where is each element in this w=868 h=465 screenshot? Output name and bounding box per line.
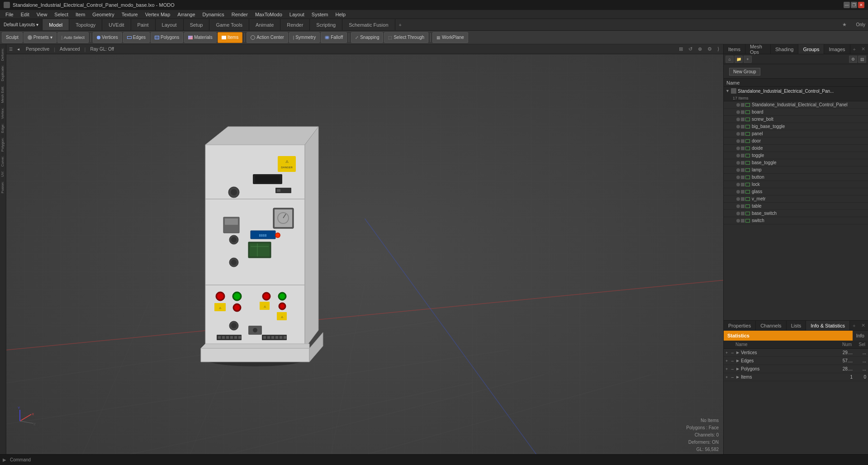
stat-expand-items[interactable]: + <box>726 375 731 380</box>
tab-schematic-fusion[interactable]: Schematic Fusion <box>342 19 395 30</box>
materials-button[interactable]: Materials <box>184 32 217 43</box>
tab-mesh-ops[interactable]: Mesh Ops <box>745 44 771 54</box>
layout-selector[interactable]: Default Layouts ▾ <box>0 19 43 30</box>
viewport-advanced[interactable]: Advanced <box>58 47 81 52</box>
viewport-ctrl-2[interactable]: ↺ <box>687 46 694 52</box>
close-right-panel[interactable]: ✕ <box>859 44 868 54</box>
stat-row-edges[interactable]: + − ▶ Edges 57.... ... <box>724 357 868 365</box>
new-group-button[interactable]: New Group <box>729 68 760 76</box>
tab-scripting[interactable]: Scripting <box>310 19 342 30</box>
stat-row-vertices[interactable]: + − ▶ Vertices 29.... ... <box>724 349 868 357</box>
tab-animate[interactable]: Animate <box>249 19 280 30</box>
add-lower-tab[interactable]: + <box>850 321 858 330</box>
stat-expand-polygons[interactable]: + <box>726 367 731 371</box>
tree-item-lamp[interactable]: lamp <box>724 166 868 174</box>
select-through-button[interactable]: ⬚ Select Through <box>384 32 428 43</box>
items-folder-btn[interactable]: 📁 <box>735 56 743 63</box>
tab-model[interactable]: Model <box>43 19 69 30</box>
items-add-btn[interactable]: + <box>744 56 752 63</box>
tab-info-statistics[interactable]: Info & Statistics <box>806 321 850 330</box>
menu-layout[interactable]: Layout <box>286 10 308 19</box>
tab-topology[interactable]: Topology <box>69 19 102 30</box>
sidebar-vertex[interactable]: Vertex: <box>0 106 6 121</box>
stat-row-items[interactable]: + − ▶ Items 1 0 <box>724 373 868 381</box>
tree-item-panel[interactable]: panel <box>724 130 868 138</box>
group-row[interactable]: ▼ Standalone_Industrial_Electrical_Contr… <box>724 87 868 95</box>
tab-lists[interactable]: Lists <box>787 321 806 330</box>
tab-setup[interactable]: Setup <box>184 19 210 30</box>
action-center-button[interactable]: Action Center <box>247 32 288 43</box>
viewport-ctrl-4[interactable]: ⚙ <box>706 46 713 52</box>
menu-texture[interactable]: Texture <box>118 10 142 19</box>
stat-minus-items[interactable]: − <box>731 375 736 380</box>
restore-button[interactable]: ❐ <box>851 2 857 8</box>
sidebar-polygon[interactable]: Polygon: <box>0 136 6 153</box>
tree-item-door[interactable]: door <box>724 138 868 145</box>
menu-file[interactable]: File <box>2 10 17 19</box>
tab-game-tools[interactable]: Game Tools <box>209 19 249 30</box>
tree-item-lock[interactable]: lock <box>724 181 868 188</box>
tab-items[interactable]: Items <box>724 44 745 54</box>
sculpt-button[interactable]: Sculpt <box>2 32 23 43</box>
stat-row-polygons[interactable]: + − ▶ Polygons 28.... ... <box>724 365 868 373</box>
edges-button[interactable]: Edges <box>123 32 150 43</box>
stat-minus-polygons[interactable]: − <box>731 366 736 372</box>
polygons-button[interactable]: Polygons <box>151 32 183 43</box>
tree-item-v_metr[interactable]: v_metr <box>724 195 868 203</box>
sidebar-uv[interactable]: UV: <box>0 169 6 179</box>
vertices-button[interactable]: Vertices <box>93 32 122 43</box>
menu-arrange[interactable]: Arrange <box>174 10 199 19</box>
tree-item-toggle[interactable]: toggle <box>724 152 868 159</box>
menu-edit[interactable]: Edit <box>17 10 33 19</box>
symmetry-button[interactable]: | Symmetry <box>289 32 320 43</box>
tree-item-doide[interactable]: doide <box>724 145 868 152</box>
stat-arrow-items[interactable]: ▶ <box>736 375 741 379</box>
tab-shading[interactable]: Shading <box>771 44 798 54</box>
tree-item-button[interactable]: button <box>724 174 868 181</box>
viewport-menu-btn[interactable]: ☰ <box>9 47 13 52</box>
tab-properties[interactable]: Properties <box>724 321 756 330</box>
tab-images[interactable]: Images <box>824 44 850 54</box>
stat-expand-edges[interactable]: + <box>726 359 731 363</box>
tab-layout[interactable]: Layout <box>156 19 184 30</box>
menu-render[interactable]: Render <box>228 10 251 19</box>
sidebar-mesh-edit[interactable]: Mesh Edit: <box>0 84 6 105</box>
tree-item-board[interactable]: board <box>724 109 868 116</box>
tree-item-big_base_toggle[interactable]: big_base_toggle <box>724 123 868 130</box>
sidebar-duplicate[interactable]: Duplicate: <box>0 63 6 83</box>
tree-item-screw_bolt[interactable]: screw_bolt <box>724 116 868 123</box>
stat-minus-vertices[interactable]: − <box>731 350 736 356</box>
menu-select[interactable]: Select <box>51 10 72 19</box>
close-button[interactable]: ✕ <box>858 2 864 8</box>
items-home-btn[interactable]: ⌂ <box>726 56 734 63</box>
menu-item[interactable]: Item <box>72 10 89 19</box>
menu-vertex-map[interactable]: Vertex Map <box>142 10 174 19</box>
tree-item-base_toggle[interactable]: base_toggle <box>724 159 868 166</box>
items-filter-btn[interactable]: ▤ <box>858 56 866 63</box>
favorite-button[interactable]: ★ <box>839 19 853 30</box>
menu-geometry[interactable]: Geometry <box>89 10 118 19</box>
tree-item-switch[interactable]: switch <box>724 217 868 224</box>
add-tab-button[interactable]: + <box>395 19 405 30</box>
tab-channels[interactable]: Channels <box>756 321 786 330</box>
stat-minus-edges[interactable]: − <box>731 358 736 364</box>
tab-paint[interactable]: Paint <box>131 19 156 30</box>
stat-arrow-polygons[interactable]: ▶ <box>736 367 741 371</box>
minimize-button[interactable]: — <box>844 2 850 8</box>
tab-groups[interactable]: Groups <box>798 44 824 54</box>
tree-item-base_switch[interactable]: base_switch <box>724 210 868 217</box>
viewport-ray-gl[interactable]: Ray GL: Off <box>88 47 116 52</box>
stat-expand-vertices[interactable]: + <box>726 351 731 355</box>
menu-maxtomodo[interactable]: MaxToModo <box>251 10 286 19</box>
stat-arrow-vertices[interactable]: ▶ <box>736 351 741 355</box>
viewport-ctrl-5[interactable]: ⟩ <box>716 46 721 52</box>
menu-dynamics[interactable]: Dynamics <box>199 10 228 19</box>
stat-arrow-edges[interactable]: ▶ <box>736 359 741 363</box>
items-tree[interactable]: ▼ Standalone_Industrial_Electrical_Contr… <box>724 87 868 320</box>
viewport-view-type[interactable]: Perspective <box>24 47 51 52</box>
window-controls[interactable]: — ❐ ✕ <box>844 2 864 8</box>
close-lower-panel[interactable]: ✕ <box>859 321 868 330</box>
command-label[interactable]: Command <box>10 457 865 462</box>
sidebar-fusion[interactable]: Fusion: <box>0 180 6 195</box>
auto-select-button[interactable]: | Auto Select <box>57 32 89 43</box>
